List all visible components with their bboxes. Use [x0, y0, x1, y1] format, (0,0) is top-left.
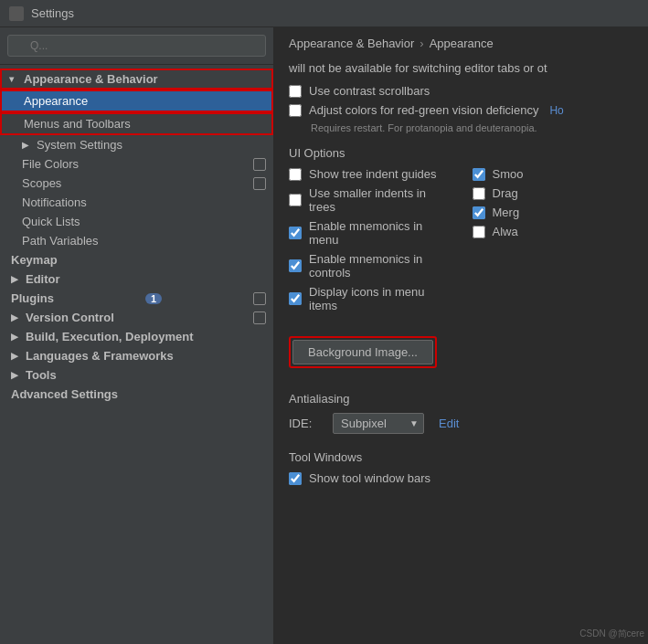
sidebar-item-label: File Colors	[22, 157, 79, 171]
sidebar-item-languages-frameworks[interactable]: ▶ Languages & Frameworks	[0, 346, 273, 365]
enable-mnemonics-menu-label: Enable mnemonics in menu	[309, 219, 451, 247]
search-input[interactable]	[7, 35, 266, 57]
sidebar-item-label: Menus and Toolbars	[24, 117, 131, 131]
sidebar-item-version-control[interactable]: ▶ Version Control	[0, 308, 273, 327]
antialiasing-title: Antialiasing	[289, 392, 633, 406]
sidebar-item-appearance[interactable]: Appearance	[0, 90, 273, 112]
contrast-scrollbars-row: Use contrast scrollbars	[289, 84, 633, 98]
search-wrap: 🔍	[0, 27, 273, 65]
show-tree-indent-checkbox[interactable]	[289, 168, 302, 181]
sidebar: 🔍 ▾ Appearance & Behavior Appearance Men…	[0, 27, 274, 644]
ui-options-right: Smoo Drag Merg Alwa	[473, 167, 634, 318]
show-tool-window-bars-row: Show tool window bars	[289, 471, 633, 485]
use-smaller-indents-row: Use smaller indents in trees	[289, 186, 451, 214]
tool-windows-section: Tool Windows Show tool window bars	[289, 450, 633, 485]
settings-icon	[253, 311, 266, 324]
tool-windows-title: Tool Windows	[289, 450, 633, 464]
display-icons-label: Display icons in menu items	[309, 285, 451, 312]
sidebar-item-label: Editor	[26, 272, 60, 286]
sidebar-item-label: Scopes	[22, 176, 61, 190]
bg-image-btn-wrap: Background Image...	[289, 336, 437, 368]
chevron-closed-icon: ▶	[11, 370, 22, 380]
display-icons-checkbox[interactable]	[289, 292, 302, 305]
sidebar-item-editor[interactable]: ▶ Editor	[0, 269, 273, 289]
antialiasing-row: IDE: Subpixel Greyscale None ▼ Edit	[289, 413, 633, 434]
alwa-checkbox[interactable]	[473, 226, 485, 238]
sidebar-item-file-colors[interactable]: File Colors	[0, 154, 273, 174]
smoo-row: Smoo	[473, 167, 634, 181]
sidebar-item-label: Version Control	[26, 311, 114, 324]
enable-mnemonics-controls-label: Enable mnemonics in controls	[309, 252, 451, 280]
sidebar-item-label: Appearance	[24, 94, 88, 108]
ui-options-left: Show tree indent guides Use smaller inde…	[289, 167, 451, 318]
sidebar-item-system-settings[interactable]: ▶ System Settings	[0, 135, 273, 154]
requires-restart-note: Requires restart. For protanopia and deu…	[311, 122, 633, 133]
sidebar-item-menus-toolbars[interactable]: Menus and Toolbars	[0, 112, 273, 135]
chevron-closed-icon: ▶	[11, 274, 22, 284]
sidebar-item-label: Languages & Frameworks	[26, 349, 174, 363]
merg-checkbox[interactable]	[473, 206, 485, 219]
sidebar-item-label: Appearance & Behavior	[24, 72, 158, 86]
contrast-scrollbars-checkbox[interactable]	[289, 85, 302, 98]
sidebar-item-path-variables[interactable]: Path Variables	[0, 231, 273, 250]
background-image-button[interactable]: Background Image...	[292, 340, 433, 364]
settings-icon	[253, 292, 266, 305]
breadcrumb-part2: Appearance	[430, 37, 494, 50]
smoo-checkbox[interactable]	[473, 168, 485, 181]
ide-dropdown[interactable]: Subpixel Greyscale None	[333, 413, 424, 434]
enable-mnemonics-menu-checkbox[interactable]	[289, 227, 302, 239]
sidebar-item-advanced-settings[interactable]: Advanced Settings	[0, 385, 273, 404]
sidebar-item-keymap[interactable]: Keymap	[0, 250, 273, 269]
use-smaller-indents-checkbox[interactable]	[289, 194, 302, 206]
sidebar-item-build-exec-deploy[interactable]: ▶ Build, Execution, Deployment	[0, 327, 273, 346]
antialiasing-section: Antialiasing IDE: Subpixel Greyscale Non…	[289, 392, 633, 434]
sidebar-item-tools[interactable]: ▶ Tools	[0, 365, 273, 385]
drag-label: Drag	[493, 186, 518, 200]
settings-icon	[253, 158, 266, 171]
show-tree-indent-row: Show tree indent guides	[289, 167, 451, 181]
bg-image-section: Background Image...	[289, 327, 633, 377]
ui-options-title: UI Options	[289, 146, 633, 160]
sidebar-item-appearance-behavior[interactable]: ▾ Appearance & Behavior	[0, 69, 273, 90]
edit-link[interactable]: Edit	[439, 417, 459, 430]
ui-options-container: Show tree indent guides Use smaller inde…	[289, 167, 633, 318]
tree-area: ▾ Appearance & Behavior Appearance Menus…	[0, 65, 273, 644]
enable-mnemonics-menu-row: Enable mnemonics in menu	[289, 219, 451, 247]
use-smaller-indents-label: Use smaller indents in trees	[309, 186, 451, 214]
alwa-row: Alwa	[473, 225, 634, 238]
breadcrumb: Appearance & Behavior › Appearance	[289, 37, 633, 50]
smoo-label: Smoo	[493, 167, 524, 181]
merg-label: Merg	[493, 206, 520, 219]
adjust-colors-checkbox[interactable]	[289, 104, 302, 117]
breadcrumb-separator: ›	[420, 37, 423, 50]
sidebar-item-quick-lists[interactable]: Quick Lists	[0, 212, 273, 231]
breadcrumb-part1: Appearance & Behavior	[289, 37, 414, 50]
sidebar-item-plugins[interactable]: Plugins 1	[0, 289, 273, 308]
sidebar-item-label: Build, Execution, Deployment	[26, 330, 193, 343]
adjust-colors-label: Adjust colors for red-green vision defic…	[309, 103, 538, 117]
chevron-closed-icon: ▶	[11, 332, 22, 342]
sidebar-item-notifications[interactable]: Notifications	[0, 193, 273, 212]
merg-row: Merg	[473, 206, 634, 219]
sidebar-item-label: Keymap	[11, 253, 58, 267]
sidebar-item-label: Notifications	[22, 195, 87, 209]
sidebar-item-label: Plugins	[11, 291, 54, 305]
chevron-open-icon: ▾	[9, 74, 20, 84]
adjust-colors-row: Adjust colors for red-green vision defic…	[289, 103, 633, 117]
chevron-closed-icon: ▶	[11, 312, 22, 322]
display-icons-row: Display icons in menu items	[289, 285, 451, 312]
show-tool-window-bars-label: Show tool window bars	[309, 471, 430, 485]
enable-mnemonics-controls-checkbox[interactable]	[289, 259, 302, 272]
contrast-scrollbars-label: Use contrast scrollbars	[309, 84, 430, 98]
title-bar: Settings	[0, 0, 648, 27]
drag-checkbox[interactable]	[473, 187, 485, 200]
show-tool-window-bars-checkbox[interactable]	[289, 472, 302, 485]
sidebar-item-label: Quick Lists	[22, 215, 80, 228]
settings-icon	[253, 177, 266, 190]
enable-mnemonics-controls-row: Enable mnemonics in controls	[289, 252, 451, 280]
chevron-closed-icon: ▶	[11, 351, 22, 361]
plugins-badge: 1	[145, 293, 162, 304]
sidebar-item-scopes[interactable]: Scopes	[0, 174, 273, 193]
drag-row: Drag	[473, 186, 634, 200]
app-icon	[9, 6, 24, 21]
